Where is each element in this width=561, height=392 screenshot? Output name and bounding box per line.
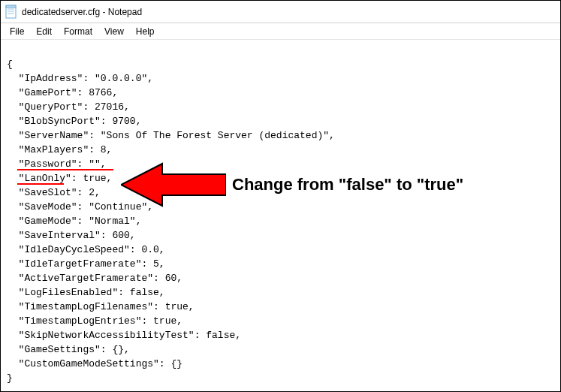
callout-text: Change from "false" to "true" bbox=[232, 175, 463, 194]
menubar: File Edit Format View Help bbox=[1, 23, 560, 40]
code-line: "ActiveTargetFramerate": 60, bbox=[7, 273, 182, 284]
highlight-underline bbox=[17, 183, 64, 185]
editor-content[interactable]: { "IpAddress": "0.0.0.0", "GamePort": 87… bbox=[1, 40, 560, 388]
code-line: "QueryPort": 27016, bbox=[7, 101, 130, 113]
arrow-left-icon bbox=[121, 162, 226, 207]
code-line: "BlobSyncPort": 9700, bbox=[7, 116, 141, 127]
code-line: "ServerName": "Sons Of The Forest Server… bbox=[7, 130, 335, 141]
code-line: "LogFilesEnabled": false, bbox=[7, 287, 165, 298]
code-line: "SaveInterval": 600, bbox=[7, 230, 136, 241]
callout-annotation: Change from "false" to "true" bbox=[121, 162, 463, 207]
code-line: "IpAddress": "0.0.0.0", bbox=[7, 73, 153, 84]
menu-file[interactable]: File bbox=[4, 25, 30, 38]
menu-help[interactable]: Help bbox=[130, 25, 161, 38]
titlebar: dedicatedserver.cfg - Notepad bbox=[1, 1, 560, 23]
menu-format[interactable]: Format bbox=[58, 25, 98, 38]
code-line: } bbox=[7, 372, 13, 384]
code-line: "MaxPlayers": 8, bbox=[7, 144, 112, 155]
code-line: "IdleDayCycleSpeed": 0.0, bbox=[7, 244, 165, 255]
menu-view[interactable]: View bbox=[98, 25, 130, 38]
svg-rect-4 bbox=[6, 5, 16, 8]
code-line: "Password": "", bbox=[7, 158, 107, 170]
code-line: "CustomGameModeSettings": {} bbox=[7, 358, 182, 369]
code-line: "IdleTargetFramerate": 5, bbox=[7, 258, 165, 270]
highlight-underline bbox=[17, 169, 113, 170]
code-line: "TimestampLogEntries": true, bbox=[7, 315, 182, 327]
menu-edit[interactable]: Edit bbox=[30, 25, 58, 38]
code-line: "GamePort": 8766, bbox=[7, 87, 118, 98]
window-title: dedicatedserver.cfg - Notepad bbox=[22, 7, 142, 17]
code-line: "TimestampLogFilenames": true, bbox=[7, 301, 195, 312]
svg-marker-5 bbox=[121, 164, 226, 206]
code-line: "SkipNetworkAccessibilityTest": false, bbox=[7, 330, 241, 341]
code-line: { bbox=[7, 59, 13, 70]
code-line: "GameMode": "Normal", bbox=[7, 216, 141, 227]
code-line: "GameSettings": {}, bbox=[7, 344, 130, 355]
notepad-icon bbox=[5, 5, 17, 20]
code-line: "LanOnly": true, bbox=[7, 173, 112, 184]
code-line: "SaveSlot": 2, bbox=[7, 187, 101, 198]
